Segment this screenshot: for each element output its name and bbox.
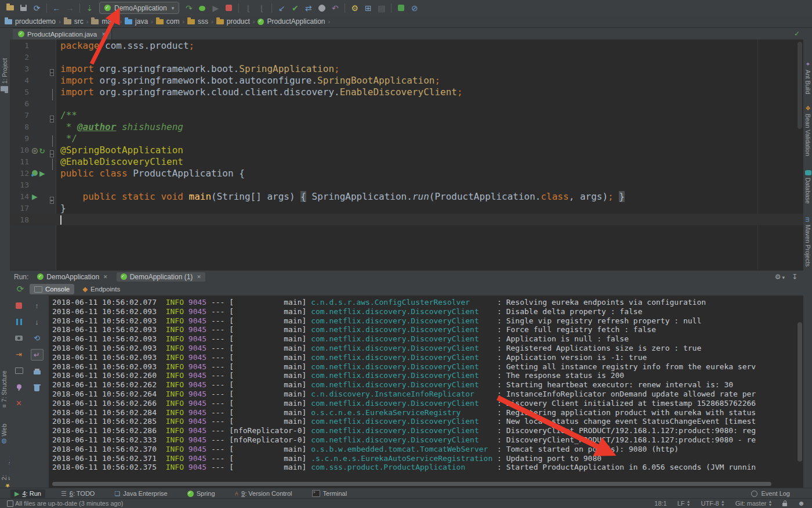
stripe-item-ant-build[interactable]: ✦Ant Build xyxy=(804,60,811,94)
toolwindow-button-java-enterprise[interactable]: ❏Java Enterprise xyxy=(110,489,171,498)
status-bar: All files are up-to-date (3 minutes ago)… xyxy=(0,498,812,508)
right-tool-stripe: ✦Ant Build❖Bean ValidationDatabasemMaven… xyxy=(803,28,812,488)
breadcrumb-java[interactable]: java xyxy=(125,17,148,26)
stripe-item-bean-validation[interactable]: ❖Bean Validation xyxy=(804,105,811,156)
stripe-item----project[interactable]: 1: Project xyxy=(1,58,8,91)
view-tab-endpoints[interactable]: ◆Endpoints xyxy=(78,284,125,294)
code-editor[interactable]: 1package com.sss.product;23−import org.s… xyxy=(10,39,803,270)
breadcrumb-src[interactable]: src xyxy=(64,17,84,26)
dump-threads-button[interactable] xyxy=(13,333,25,343)
forward-icon[interactable]: → xyxy=(63,2,77,14)
breadcrumb-com[interactable]: com xyxy=(156,17,180,26)
profiler-icon[interactable] xyxy=(222,2,235,14)
toolwindow-button-version-control[interactable]: ⑃9: Version Control xyxy=(231,489,296,498)
profiler-icon-glyph xyxy=(226,5,232,11)
package-icon xyxy=(187,19,195,24)
toolwindow-button-terminal[interactable]: Terminal xyxy=(308,489,351,498)
close-button-glyph: ✕ xyxy=(16,399,22,408)
run-line-icon[interactable]: ▶ xyxy=(39,168,45,179)
next-occurrence-button[interactable]: ↓ xyxy=(31,316,43,327)
print-button[interactable] xyxy=(31,366,43,377)
recent-changes-icon[interactable] xyxy=(315,2,328,14)
console-vscrollbar[interactable] xyxy=(798,322,802,462)
close-tab-icon[interactable]: ✕ xyxy=(103,274,108,280)
chevron-down-icon: ▾ xyxy=(172,5,175,11)
open-icon[interactable] xyxy=(3,2,17,14)
console-settings-button[interactable] xyxy=(13,365,25,376)
close-tab-icon[interactable]: ✕ xyxy=(102,31,106,37)
vcs-compare-icon[interactable]: ⇄ xyxy=(302,2,315,14)
monitor-icon[interactable] xyxy=(394,2,408,14)
debug-button[interactable] xyxy=(195,2,209,14)
code-text: @EnableDiscoveryClient xyxy=(56,156,183,167)
stripe-item-maven-projects[interactable]: mMaven Projects xyxy=(804,217,811,266)
run-tab-demoapplication--1-[interactable]: DemoApplication (1)✕ xyxy=(117,272,205,282)
view-tab-console[interactable]: Console xyxy=(30,284,74,294)
run-tab-demoapplication[interactable]: DemoApplication✕ xyxy=(33,272,111,282)
gear-icon[interactable]: ⚙▾ xyxy=(775,273,785,281)
ant-icon: ✦ xyxy=(804,60,811,67)
toolwindow-button-run[interactable]: ▶4: Run xyxy=(10,489,45,498)
hide-panel-icon[interactable]: ↧ xyxy=(792,273,798,281)
rollback-icon[interactable]: ↶ xyxy=(328,2,342,14)
stripe-item-database[interactable]: Database xyxy=(804,170,811,204)
close-tab-icon[interactable]: ✕ xyxy=(197,274,201,280)
toolbar-separator xyxy=(46,3,47,13)
soft-wrap-button[interactable]: ↵ xyxy=(31,349,44,361)
line-status-icon[interactable]: ⇣ xyxy=(83,2,96,14)
clear-console-button[interactable] xyxy=(31,383,43,393)
vcs-commit-icon[interactable]: ✔ xyxy=(288,2,302,14)
memory-dump-icon[interactable]: ⌊ xyxy=(255,2,269,14)
refresh-icon[interactable]: ↻ xyxy=(39,145,45,156)
line-separator-selector[interactable]: LF▲▼ xyxy=(677,500,691,507)
usages-icon[interactable]: ◎ xyxy=(32,145,38,156)
console-output[interactable]: 2018-06-11 10:56:02.077 INFO 9045 --- [ … xyxy=(49,296,803,488)
code-line-12: 12▶public class ProductApplication { xyxy=(10,167,803,179)
stop-button[interactable] xyxy=(13,300,25,311)
exit-button[interactable]: ⇥ xyxy=(13,349,25,359)
source-folder-icon xyxy=(125,19,132,24)
tab-productapplication-java[interactable]: ProductApplication.java ✕ xyxy=(13,28,112,39)
settings-icon[interactable]: ⚙ xyxy=(348,2,361,14)
stripe-label: Database xyxy=(804,178,811,204)
run-button[interactable]: ↷ xyxy=(182,2,195,14)
no-entry-icon[interactable]: ⊘ xyxy=(408,2,421,14)
breadcrumb-main[interactable]: main xyxy=(91,17,117,26)
toolwindow-button-spring[interactable]: Spring xyxy=(183,489,219,498)
sync-icon[interactable]: ⟳ xyxy=(30,2,44,14)
breadcrumb-product[interactable]: product xyxy=(216,17,250,26)
pin-tab-button[interactable] xyxy=(13,381,25,392)
breadcrumb-productdemo[interactable]: productdemo xyxy=(5,17,56,26)
toolwindow-button-todo[interactable]: ☰6: TODO xyxy=(57,489,99,498)
console-hscrollbar[interactable] xyxy=(52,482,771,486)
back-icon[interactable]: ← xyxy=(50,2,63,14)
encoding-selector[interactable]: UTF-8▲▼ xyxy=(701,500,725,507)
event-log-button[interactable]: Event Log xyxy=(751,490,790,497)
run-line-icon[interactable]: ▶ xyxy=(32,191,38,202)
run-coverage-icon[interactable]: ▶ xyxy=(209,2,222,14)
save-icon[interactable] xyxy=(17,2,30,14)
pause-output-button[interactable] xyxy=(13,316,25,327)
run-config-selector[interactable]: DemoApplication▾ xyxy=(99,2,179,14)
console-log-line: 2018-06-11 10:56:02.093 INFO 9045 --- [ … xyxy=(52,316,803,326)
export-icon[interactable]: ▤ xyxy=(375,2,388,14)
rerun-button[interactable]: ⟳ xyxy=(14,284,26,294)
gutter-line-9: 9 xyxy=(10,132,56,144)
stripe-item-web[interactable]: ◍Web xyxy=(1,424,8,445)
git-branch-selector[interactable]: Git: master▲▼ xyxy=(735,500,773,507)
maven-icon: m xyxy=(804,217,811,222)
project-structure-icon[interactable]: ⊞ xyxy=(361,2,375,14)
restart-button[interactable]: ⟲ xyxy=(31,333,43,343)
prev-occurrence-button[interactable]: ↑ xyxy=(31,300,43,311)
caret-position[interactable]: 18:1 xyxy=(654,500,666,507)
hector-icon[interactable]: ☻ xyxy=(798,499,805,507)
spring-bean-icon[interactable] xyxy=(32,170,38,176)
dump-threads-icon[interactable]: ⌊ xyxy=(242,2,255,14)
breadcrumb-sss[interactable]: sss xyxy=(187,17,208,26)
lock-icon[interactable] xyxy=(782,503,787,506)
stripe-item----structure[interactable]: ≡7: Structure xyxy=(1,370,8,408)
code-line-8: 8 * @author shishusheng xyxy=(10,121,803,132)
vcs-update-icon[interactable]: ↙ xyxy=(275,2,288,14)
close-button[interactable]: ✕ xyxy=(13,398,25,408)
breadcrumb-ProductApplication[interactable]: ProductApplication xyxy=(258,17,325,26)
